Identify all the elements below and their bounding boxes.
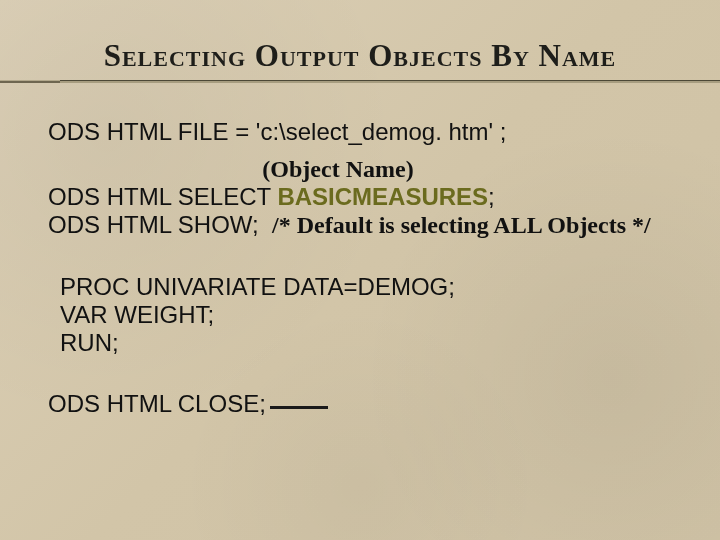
title-rule (0, 80, 720, 83)
slide-title: Selecting Output Objects By Name (0, 38, 720, 80)
code-var: VAR WEIGHT; (60, 301, 690, 329)
slide-body: ODS HTML FILE = 'c:\select_demog. htm' ;… (48, 118, 690, 418)
slide-header: Selecting Output Objects By Name (0, 38, 720, 83)
code-proc-univariate: PROC UNIVARIATE DATA=DEMOG; (60, 273, 690, 301)
code-run: RUN; (60, 329, 690, 357)
select-prefix: ODS HTML SELECT (48, 183, 277, 210)
underline-mark (270, 406, 328, 409)
code-ods-select: ODS HTML SELECT BASICMEASURES; (48, 183, 690, 211)
code-ods-show: ODS HTML SHOW; /* Default is selecting A… (48, 211, 690, 240)
code-ods-close: ODS HTML CLOSE; (48, 390, 266, 418)
code-ods-close-line: ODS HTML CLOSE; (48, 390, 690, 418)
select-object-name: BASICMEASURES (277, 183, 488, 210)
show-comment: /* Default is selecting ALL Objects */ (272, 212, 651, 238)
code-ods-file: ODS HTML FILE = 'c:\select_demog. htm' ; (48, 118, 690, 146)
select-suffix: ; (488, 183, 495, 210)
show-prefix: ODS HTML SHOW; (48, 211, 259, 238)
object-name-annotation: (Object Name) (238, 156, 438, 184)
